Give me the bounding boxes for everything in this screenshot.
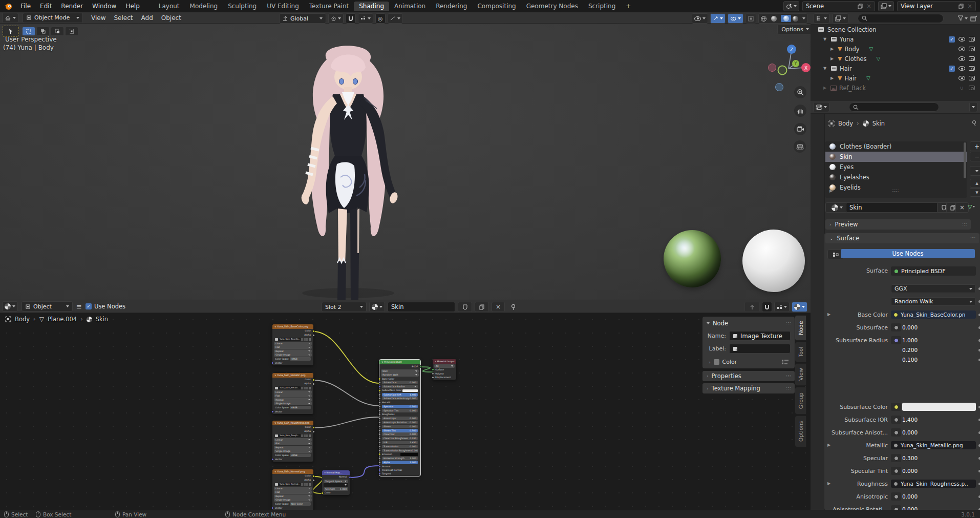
bsdf-input[interactable]: Subsurface IOR1.400 (379, 393, 420, 397)
bsdf-input[interactable]: Clearcoat0.000 (379, 432, 420, 436)
overlays-toggle[interactable] (728, 13, 743, 24)
menu-help[interactable]: Help (121, 3, 144, 10)
bsdf-input[interactable]: Anisotropic Rotation0.000 (379, 421, 420, 424)
node-input-vector[interactable]: Vector (272, 361, 313, 365)
new-collection-button[interactable] (970, 15, 977, 22)
camera-visibility-icon[interactable] (969, 76, 975, 80)
fake-user-button[interactable] (458, 302, 472, 312)
node-enum[interactable]: Flat (274, 442, 312, 445)
bsdf-enum[interactable]: Random Walk (381, 373, 419, 377)
viewport-3d[interactable]: Object Mode ViewSelectAddObject Global ◎ (0, 12, 811, 300)
bsdf-input[interactable]: Subsurface Anisotropy0.000 (379, 397, 420, 400)
material-slot-3[interactable]: Eyelashes (825, 172, 967, 182)
output-target-enum[interactable]: All (434, 364, 455, 368)
slot-scrollbar[interactable] (964, 142, 966, 178)
image-texture-node[interactable]: ∨ Yuna_Skin_BaseColor.png Color Alpha Yu… (272, 324, 313, 365)
character-model[interactable] (261, 33, 435, 300)
shading-dropdown[interactable] (802, 17, 805, 19)
output-input-surface[interactable]: Surface (433, 368, 456, 372)
colorspace-row[interactable]: Color SpacesRGB (272, 357, 313, 361)
socket-chip[interactable] (891, 416, 901, 424)
workspace-tab-uv-editing[interactable]: UV Editing (262, 2, 304, 11)
prop-texture-field[interactable]: Yuna_Skin_Metallic.png (891, 441, 976, 449)
workspace-tab-shading[interactable]: Shading (354, 2, 389, 11)
workspace-tab-geometry-nodes[interactable]: Geometry Nodes (521, 2, 583, 11)
viewport-menu-select[interactable]: Select (110, 14, 137, 22)
normal-color-input[interactable]: Color (322, 491, 350, 495)
node-input-vector[interactable]: Vector (272, 410, 313, 414)
slot-specials-dropdown[interactable] (970, 166, 980, 176)
principled-bsdf-node[interactable]: ∨ Principled BSDFBSDFGGXRandom WalkBase … (379, 360, 420, 476)
breadcrumb-object[interactable]: Body (838, 120, 853, 127)
expander-icon[interactable]: ▶ (827, 312, 830, 317)
editor-type-button[interactable] (2, 13, 18, 23)
bsdf-input[interactable]: Alpha1.000 (379, 461, 420, 464)
workspace-tab-layout[interactable]: Layout (154, 2, 185, 11)
orientation-dropdown[interactable]: Global (279, 13, 326, 24)
menu-edit[interactable]: Edit (35, 3, 56, 10)
visibility-dropdown[interactable] (692, 13, 708, 24)
surface-shader-button[interactable]: Principled BSDF (891, 266, 976, 276)
material-slot-2[interactable]: Eyes (825, 162, 967, 172)
shader-editor[interactable]: Object ≡ ✓Use Nodes Slot 2 Skin × (0, 300, 811, 510)
sidebar-tab-options[interactable]: Options (795, 416, 806, 447)
expand-icon[interactable]: ▶ (829, 56, 835, 61)
prop-texture-field[interactable]: Yuna_Skin_BaseColor.pn (891, 310, 976, 319)
select-mode-invert-button[interactable] (65, 27, 78, 36)
bsdf-enum[interactable]: GGX (381, 369, 419, 373)
slot-move-up-button[interactable]: ▲ (970, 179, 980, 188)
colorspace-row[interactable]: Color SpaceNon-Color (272, 502, 313, 506)
properties-options-dropdown[interactable] (969, 102, 977, 112)
menu-render[interactable]: Render (56, 3, 88, 10)
tweak-tool-button[interactable] (3, 26, 19, 37)
outliner-row-ref_back[interactable]: ▶Ref_Back ∪ (811, 83, 980, 93)
eye-icon[interactable] (958, 47, 965, 51)
node-input-vector[interactable]: Vector (272, 458, 313, 462)
uv-map-field[interactable] (324, 483, 348, 487)
outliner-row-yuna[interactable]: ▼Yuna ✓ (811, 34, 980, 44)
proportional-editing-toggle[interactable]: ◎ (375, 13, 386, 24)
workspace-tab-modeling[interactable]: Modeling (185, 2, 223, 11)
outliner-row-hair[interactable]: ▼Hair ✓ (811, 64, 980, 73)
camera-visibility-icon[interactable] (969, 47, 975, 51)
viewlayer-name-field[interactable]: View Layer × (897, 1, 976, 11)
options-button[interactable]: Options (777, 24, 811, 34)
unlink-material-button[interactable]: × (955, 202, 969, 213)
snap-toggle[interactable] (346, 13, 356, 24)
node-enum[interactable]: Single Image (274, 449, 312, 453)
slot-resize-grip[interactable]: ∷∷∷ (892, 189, 898, 193)
material-slot-0[interactable]: Clothes (Boarder) (825, 141, 967, 152)
zoom-button[interactable] (794, 86, 806, 98)
overlays-node-toggle[interactable] (792, 302, 807, 312)
outliner-search[interactable] (858, 14, 944, 23)
bsdf-input[interactable]: Emission (379, 452, 420, 456)
image-texture-node[interactable]: ∨ Yuna_Skin_Roughness.png Color Alpha Yu… (272, 421, 313, 462)
scene-name-field[interactable]: Scene × (802, 1, 875, 11)
socket-chip[interactable] (891, 492, 901, 501)
image-datablock[interactable]: Yuna_Skin_BaseCo.. (272, 337, 313, 341)
editor-type-button[interactable] (2, 301, 18, 312)
bsdf-input[interactable]: Tangent (379, 472, 420, 475)
node-enum[interactable]: Repeat (274, 446, 312, 449)
proportional-falloff-dropdown[interactable] (388, 13, 403, 24)
parent-node-tree-button[interactable] (744, 302, 760, 312)
node-output-alpha[interactable]: Alpha (272, 382, 313, 386)
camera-visibility-icon[interactable] (969, 37, 975, 42)
eye-closed-icon[interactable]: ∪ (958, 85, 965, 91)
collection-checkbox[interactable]: ✓ (949, 66, 955, 72)
image-datablock[interactable]: Yuna_Skin_Rough.. (272, 433, 313, 438)
blender-logo-icon[interactable] (4, 3, 13, 10)
slot-expand-arrow[interactable]: ▶ (829, 189, 833, 193)
pan-button[interactable] (794, 105, 806, 117)
viewport-menu-add[interactable]: Add (137, 14, 157, 22)
scene-browse-button[interactable] (783, 1, 799, 11)
bsdf-input[interactable]: Clearcoat Roughness0.030 (379, 437, 420, 440)
colorspace-row[interactable]: Color SpacesRGB (272, 453, 313, 458)
eye-icon[interactable] (958, 56, 965, 61)
output-input-volume[interactable]: Volume (433, 372, 456, 376)
output-input-displacement[interactable]: Displacement (433, 376, 456, 380)
snap-target-dropdown[interactable] (358, 13, 373, 24)
properties-panel-header[interactable]: ›Properties∷∷ (702, 371, 795, 381)
strength-slider[interactable]: Strength1.000 (324, 487, 348, 491)
shading-material-button[interactable] (781, 15, 791, 22)
